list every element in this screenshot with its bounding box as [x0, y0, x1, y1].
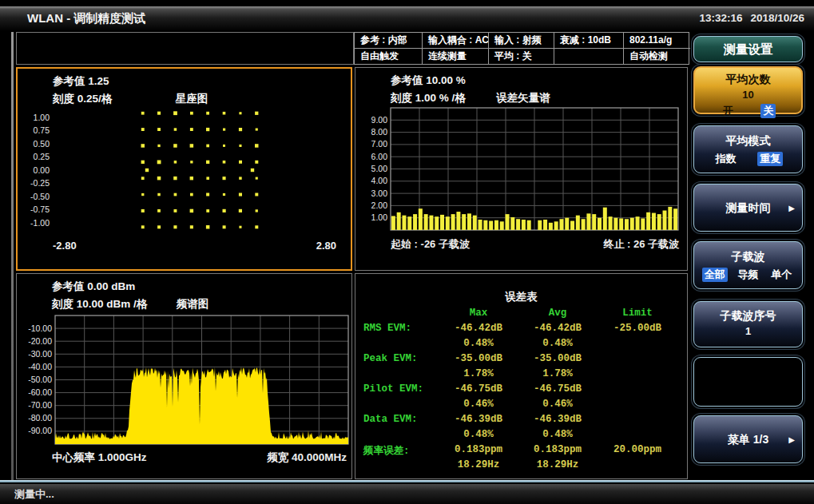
- subcarrier-index-title: 子载波序号: [694, 309, 802, 323]
- svg-text:1.00: 1.00: [371, 212, 388, 222]
- frame-left-edge: [11, 32, 14, 481]
- error-table-cell: -46.42dB: [515, 323, 600, 334]
- error-table-panel[interactable]: 误差表 MaxAvgLimitRMS EVM:-46.42dB-46.42dB-…: [355, 273, 688, 479]
- error-table-title: 误差表: [355, 290, 687, 304]
- error-table-cell: 0.48%: [432, 338, 525, 349]
- svg-text:3.00: 3.00: [371, 189, 388, 198]
- subcarrier-single-option[interactable]: 单个: [768, 268, 794, 282]
- time-text: 13:32:16: [699, 12, 742, 24]
- measure-time-button[interactable]: 测量时间 ▶: [693, 184, 803, 232]
- evm-start-label: 起始 : -26 子载波: [391, 237, 470, 252]
- svg-text:-70.00: -70.00: [28, 400, 52, 410]
- param-detect: 自动检测: [624, 49, 690, 65]
- svg-text:4.00: 4.00: [371, 176, 388, 185]
- error-table-cell: Avg: [515, 308, 600, 319]
- app-title: WLAN - 调制精度测试: [27, 6, 145, 30]
- param-empty: [554, 49, 624, 65]
- error-table-cell: -46.39dB: [432, 414, 525, 425]
- error-table-cell: -46.42dB: [432, 323, 525, 334]
- svg-text:1.00: 1.00: [34, 113, 50, 122]
- average-mode-title: 平均模式: [694, 134, 802, 149]
- softkey-sidebar: 测量设置 平均次数 10 开 关 平均模式 指数 重复 测量时间 ▶ 子载波 全…: [692, 32, 809, 479]
- titlebar: WLAN - 调制精度测试 13:32:162018/10/26: [0, 6, 814, 30]
- error-table-cell: 0.183ppm: [432, 444, 525, 455]
- constellation-xmax-label: 2.80: [316, 240, 336, 252]
- param-left-box: [16, 32, 354, 65]
- error-table-cell: -35.00dB: [515, 353, 600, 364]
- spectrum-center-freq-label: 中心频率 1.000GHz: [52, 450, 147, 465]
- svg-text:0.75: 0.75: [34, 125, 50, 135]
- status-text: 测量中...: [14, 484, 54, 504]
- submenu-arrow-icon: ▶: [788, 204, 795, 212]
- error-table-cell: 1.78%: [515, 368, 600, 379]
- param-input: 输入 : 射频: [489, 33, 554, 49]
- svg-text:-20.00: -20.00: [28, 336, 52, 346]
- average-mode-repeat-option[interactable]: 重复: [757, 152, 783, 166]
- menu-arrow-icon: ▶: [788, 435, 795, 444]
- svg-text:-90.00: -90.00: [28, 426, 52, 435]
- error-table-cell: -46.39dB: [515, 414, 600, 425]
- spectrum-panel[interactable]: 参考值 0.00 dBm 刻度 10.00 dBm /格 频谱图 -10.00-…: [16, 273, 352, 479]
- menu-page-button[interactable]: 菜单 1/3 ▶: [693, 415, 803, 463]
- svg-text:-10.00: -10.00: [28, 323, 52, 333]
- subcarrier-all-option[interactable]: 全部: [702, 268, 728, 282]
- error-table-cell: 0.48%: [515, 338, 600, 349]
- svg-text:0.50: 0.50: [34, 139, 50, 149]
- subcarrier-index-button[interactable]: 子载波序号 1: [693, 301, 803, 347]
- svg-text:-1.00: -1.00: [30, 218, 50, 228]
- error-table-cell: -35.00dB: [432, 353, 525, 364]
- svg-text:6.00: 6.00: [371, 152, 388, 161]
- subcarrier-pilot-option[interactable]: 导频: [736, 268, 761, 282]
- param-standard: 802.11a/g: [624, 33, 690, 49]
- subcarrier-index-value: 1: [694, 325, 802, 337]
- error-table-cell: 0.46%: [432, 399, 525, 410]
- evm-spectrum-panel[interactable]: 参考值 10.00 % 刻度 1.00 % /格 误差矢量谱 9.008.007…: [355, 67, 688, 271]
- error-table-cell: -25.00dB: [594, 323, 681, 334]
- param-sweep: 连续测量: [423, 49, 489, 65]
- evm-stop-label: 终止 : 26 子载波: [603, 237, 679, 252]
- blank-softkey-button[interactable]: [693, 357, 803, 407]
- svg-text:-80.00: -80.00: [28, 413, 52, 423]
- measure-time-label: 测量时间: [694, 185, 802, 231]
- svg-text:-0.75: -0.75: [30, 204, 50, 214]
- param-average: 平均 : 关: [489, 49, 554, 65]
- svg-text:5.00: 5.00: [371, 164, 388, 173]
- constellation-panel[interactable]: 参考值 1.25 刻度 0.25/格 星座图 1.000.750.500.250…: [16, 67, 352, 271]
- error-table-cell: -46.75dB: [515, 383, 600, 395]
- svg-text:-60.00: -60.00: [28, 387, 52, 397]
- svg-text:8.00: 8.00: [371, 127, 388, 137]
- average-mode-button[interactable]: 平均模式 指数 重复: [693, 125, 803, 173]
- average-count-button[interactable]: 平均次数 10 开 关: [693, 66, 803, 114]
- average-count-title: 平均次数: [695, 73, 801, 87]
- error-table-cell: 0.183ppm: [515, 444, 600, 455]
- average-count-value: 10: [695, 89, 801, 101]
- error-table-cell: 18.29Hz: [432, 459, 525, 470]
- error-table-cell: 1.78%: [432, 368, 525, 379]
- param-reference: 参考 : 内部: [355, 33, 423, 49]
- constellation-xmin-label: -2.80: [53, 240, 77, 252]
- svg-text:-0.50: -0.50: [30, 192, 50, 201]
- svg-text:-30.00: -30.00: [28, 349, 52, 359]
- clock: 13:32:162018/10/26: [691, 6, 804, 30]
- frame-bottom-edge: [0, 480, 814, 482]
- measure-settings-button[interactable]: 测量设置: [693, 36, 803, 62]
- average-mode-exp-option[interactable]: 指数: [713, 152, 739, 166]
- statusbar: 测量中...: [0, 484, 814, 504]
- average-off-option[interactable]: 关: [760, 104, 776, 118]
- subcarrier-title: 子载波: [694, 250, 802, 264]
- menu-page-label: 菜单 1/3: [694, 416, 802, 462]
- svg-text:-50.00: -50.00: [28, 375, 52, 384]
- svg-text:0.00: 0.00: [34, 165, 50, 175]
- svg-text:2.00: 2.00: [371, 200, 388, 210]
- spectrum-span-label: 频宽 40.000MHz: [267, 450, 347, 465]
- svg-text:7.00: 7.00: [371, 139, 388, 149]
- error-table-cell: 频率误差:: [363, 444, 410, 458]
- param-coupling: 输入耦合 : AC: [423, 33, 489, 49]
- error-table-cell: Max: [432, 308, 525, 319]
- average-on-option[interactable]: 开: [721, 104, 736, 118]
- date-text: 2018/10/26: [750, 12, 804, 24]
- measure-settings-label: 测量设置: [694, 37, 802, 62]
- svg-text:-40.00: -40.00: [28, 362, 52, 371]
- error-table-cell: Peak EVM:: [363, 353, 418, 364]
- subcarrier-button[interactable]: 子载波 全部 导频 单个: [693, 241, 803, 289]
